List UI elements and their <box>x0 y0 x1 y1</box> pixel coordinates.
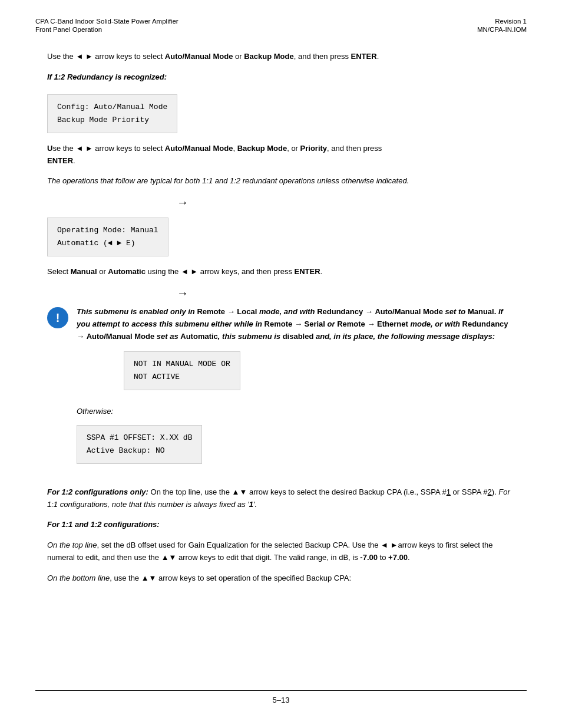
code-box-3-line2: NOT ACTIVE <box>134 371 230 384</box>
code-box-1: Config: Auto/Manual Mode Backup Mode Pri… <box>47 94 177 133</box>
arrow-1: → <box>177 196 515 209</box>
code-box-2: Operating Mode: Manual Automatic (◄ ► E) <box>47 218 168 256</box>
code-box-4: SSPA #1 OFFSET: X.XX dB Active Backup: N… <box>77 425 202 464</box>
paragraph-6: On the bottom line, use the ▲▼ arrow key… <box>47 572 515 585</box>
notice-icon: ! <box>47 307 68 328</box>
paragraph-2: Use the ◄ ► arrow keys to select Auto/Ma… <box>47 143 515 167</box>
page: CPA C-Band Indoor Solid-State Power Ampl… <box>0 0 562 728</box>
notice-text: This submenu is enabled only in Remote →… <box>77 306 515 477</box>
notice-box: ! This submenu is enabled only in Remote… <box>47 306 515 477</box>
header-doc-number: MN/CPA-IN.IOM <box>477 26 527 33</box>
paragraph-5: On the top line, set the dB offset used … <box>47 539 515 564</box>
page-number: 5–13 <box>273 696 290 704</box>
arrow-2: → <box>177 286 515 300</box>
header-title: CPA C-Band Indoor Solid-State Power Ampl… <box>35 18 178 25</box>
header-subtitle: Front Panel Operation <box>35 26 178 33</box>
code-box-1-line1: Config: Auto/Manual Mode <box>57 101 167 114</box>
code-box-4-line2: Active Backup: NO <box>87 444 192 457</box>
code-box-3: NOT IN MANUAL MODE OR NOT ACTIVE <box>124 351 240 390</box>
header-left: CPA C-Band Indoor Solid-State Power Ampl… <box>35 18 178 33</box>
italic-paragraph: The operations that follow are typical f… <box>47 175 515 187</box>
code-box-1-line2: Backup Mode Priority <box>57 114 167 127</box>
otherwise-label: Otherwise: <box>77 406 515 418</box>
code-box-2-line2: Automatic (◄ ► E) <box>57 237 158 250</box>
header-right: Revision 1 MN/CPA-IN.IOM <box>477 18 527 33</box>
if-label: If 1:2 Redundancy is recognized: <box>47 71 515 84</box>
paragraph-3: Select Manual or Automatic using the ◄ ►… <box>47 266 515 278</box>
main-content: Use the ◄ ► arrow keys to select Auto/Ma… <box>35 51 527 585</box>
page-header: CPA C-Band Indoor Solid-State Power Ampl… <box>35 18 527 33</box>
for11-label: For 1:1 and 1:2 configurations: <box>47 519 515 531</box>
header-revision: Revision 1 <box>477 18 527 25</box>
code-box-4-line1: SSPA #1 OFFSET: X.XX dB <box>87 431 192 444</box>
code-box-2-line1: Operating Mode: Manual <box>57 224 158 237</box>
paragraph-4: For 1:2 configurations only: On the top … <box>47 486 515 511</box>
paragraph-1: Use the ◄ ► arrow keys to select Auto/Ma… <box>47 51 515 63</box>
code-box-3-line1: NOT IN MANUAL MODE OR <box>134 358 230 371</box>
footer: 5–13 <box>35 690 527 704</box>
